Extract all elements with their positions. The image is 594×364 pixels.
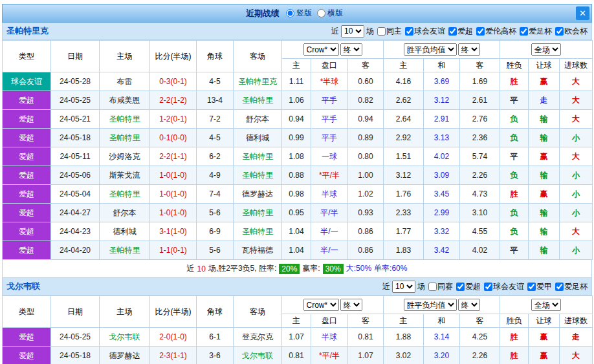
match-row: 爱超24-05-21圣帕特里1-2(0-1)7-2舒尔本0.94平手0.942.…	[3, 110, 593, 129]
league-type-cell: 爱超	[3, 166, 51, 185]
subheader-goals: 进球数	[560, 59, 593, 72]
header-score: 比分(半场)	[150, 41, 197, 72]
date-cell: 24-05-11	[51, 147, 100, 166]
header-home: 主场	[100, 296, 150, 328]
asian-away-odds-cell: 1.02	[348, 185, 384, 204]
euro-home-odds-cell: 1.51	[384, 147, 424, 166]
euro-home-odds-cell: 2.62	[384, 91, 424, 110]
results-table: 类型日期主场比分(半场)角球客场Crow*终胜平负均值终全场主盘口客主和客胜负让…	[2, 295, 593, 364]
league-label: 爱超	[457, 26, 473, 37]
odd-rate-text: 单率:60%	[374, 263, 407, 274]
league-filter[interactable]: 欧会杯	[554, 26, 588, 37]
league-checkbox[interactable]	[448, 27, 457, 36]
asian-away-odds-cell: 0.60	[348, 72, 384, 91]
header-corner: 角球	[197, 296, 234, 328]
horizontal-radio[interactable]	[317, 9, 325, 17]
asian-home-odds-cell: 0.94	[282, 110, 311, 129]
toggle-filter[interactable]: 同主	[376, 26, 402, 37]
filter-bar: 近10场同赛爱超球会友谊爱甲爱足杯	[382, 281, 588, 293]
date-cell: 24-05-25	[51, 91, 100, 110]
league-filter[interactable]: 球会友谊	[483, 281, 524, 292]
subheader-euro-away: 客	[460, 59, 500, 72]
toggle-checkbox[interactable]	[377, 27, 386, 36]
match-count-select[interactable]: 10	[341, 25, 364, 37]
match-row: 爱超24-05-11沙姆洛克2-2(1-1)6-2圣帕特里1.08一球0.801…	[3, 147, 593, 166]
league-checkbox[interactable]	[527, 283, 536, 291]
away-team-cell: 德利城	[234, 129, 282, 147]
filter-bar: 近10场同主球会友谊爱超爱伦高杯爱足杯欧会杯	[331, 25, 588, 37]
euro-time-select[interactable]: 终	[458, 299, 480, 311]
vertical-layout-option[interactable]: 竖版	[286, 8, 312, 19]
header-date: 日期	[51, 41, 100, 72]
league-checkbox[interactable]	[555, 27, 564, 36]
subheader-handicap-result: 让球	[529, 59, 560, 72]
handicap-cell: 半/一	[311, 222, 348, 241]
team-section: 戈尔韦联近10场同赛爱超球会友谊爱甲爱足杯类型日期主场比分(半场)角球客场Cro…	[2, 278, 592, 364]
date-cell: 24-05-18	[51, 347, 100, 364]
euro-draw-odds-cell: 3.45	[424, 185, 460, 204]
result-cell: 负	[500, 222, 529, 241]
date-cell: 24-05-21	[51, 110, 100, 129]
goals-cell: 小	[560, 241, 593, 260]
subheader-goals: 进球数	[560, 314, 593, 328]
corner-cell: 3-6	[197, 347, 234, 364]
euro-draw-odds-cell: 3.14	[424, 328, 460, 347]
home-team-cell: 德利城	[100, 222, 150, 241]
away-team-cell: 登克尔克	[234, 328, 282, 347]
asian-home-odds-cell: 0.88	[282, 166, 311, 185]
asian-away-odds-cell: 1.07	[348, 347, 384, 364]
big-rate-text: 大:50%	[346, 263, 371, 274]
handicap-result-cell: 输	[529, 222, 560, 241]
league-type-cell: 爱超	[3, 185, 51, 204]
score-cell: 2-2(1-2)	[150, 91, 197, 110]
league-checkbox[interactable]	[520, 27, 528, 36]
away-team-cell: 舒尔本	[234, 110, 282, 129]
odds-time-select[interactable]: 终	[340, 299, 362, 311]
match-count-select[interactable]: 10	[392, 281, 415, 293]
league-checkbox[interactable]	[476, 27, 485, 36]
league-filter[interactable]: 爱伦高杯	[475, 26, 516, 37]
subheader-euro-home: 主	[384, 59, 424, 72]
league-filter[interactable]: 爱超	[455, 281, 481, 292]
handicap-cell: *半球	[311, 72, 348, 91]
home-team-cell: 布咸美恩	[100, 91, 150, 110]
league-type-cell: 爱超	[3, 91, 51, 110]
league-filter[interactable]: 球会友谊	[404, 26, 445, 37]
euro-away-odds-cell: 4.02	[460, 241, 500, 260]
league-filter[interactable]: 爱超	[447, 26, 473, 37]
asian-away-odds-cell: 0.94	[348, 110, 384, 129]
toggle-filter[interactable]: 同赛	[427, 281, 453, 292]
close-icon[interactable]: ✕	[576, 6, 589, 20]
scope-select[interactable]: 全场	[531, 299, 561, 311]
corner-cell: 6-1	[197, 328, 234, 347]
horizontal-layout-option[interactable]: 横版	[317, 8, 343, 19]
league-type-cell: 爱超	[3, 129, 51, 147]
odds-source-select[interactable]: Crow*	[303, 43, 339, 56]
summary-text: 近	[187, 263, 195, 274]
asian-home-odds-cell: 1.04	[282, 222, 311, 241]
toggle-checkbox[interactable]	[428, 283, 437, 291]
home-team-cell: 布雷	[100, 72, 150, 91]
euro-source-select[interactable]: 胜平负均值	[404, 299, 457, 311]
near-label: 近	[331, 26, 339, 37]
league-filter[interactable]: 爱足杯	[554, 281, 588, 292]
vertical-radio[interactable]	[286, 9, 294, 17]
league-filter[interactable]: 爱足杯	[518, 26, 552, 37]
euro-draw-odds-cell: 3.42	[424, 241, 460, 260]
league-checkbox[interactable]	[405, 27, 413, 36]
league-checkbox[interactable]	[555, 283, 564, 291]
league-filter[interactable]: 爱甲	[526, 281, 552, 292]
away-team-cell: 戈尔韦联	[234, 347, 282, 364]
asian-home-odds-cell: 0.98	[282, 185, 311, 204]
league-checkbox[interactable]	[484, 283, 492, 291]
euro-time-select[interactable]: 终	[458, 43, 480, 56]
goals-cell: 大	[560, 222, 593, 241]
odds-source-select[interactable]: Crow*	[303, 299, 339, 311]
handicap-result-cell: 赢	[529, 185, 560, 204]
handicap-result-cell: 输	[529, 166, 560, 185]
scope-select[interactable]: 全场	[531, 43, 561, 56]
league-checkbox[interactable]	[456, 283, 465, 291]
euro-draw-odds-cell: 2.91	[424, 110, 460, 129]
euro-source-select[interactable]: 胜平负均值	[404, 43, 457, 56]
odds-time-select[interactable]: 终	[340, 43, 362, 56]
